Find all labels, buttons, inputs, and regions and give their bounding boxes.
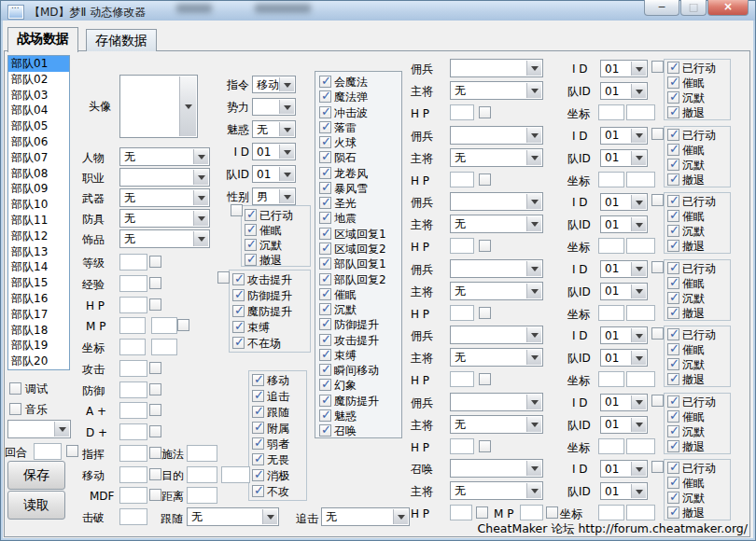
mp-checkbox[interactable] <box>546 506 558 519</box>
command-field[interactable] <box>119 445 147 462</box>
merc-status-checkbox[interactable] <box>667 240 679 252</box>
troop-list-item[interactable]: 部队02 <box>8 72 69 88</box>
troop-list-item[interactable]: 部队14 <box>8 259 69 275</box>
ai-item-checkbox[interactable] <box>252 437 264 450</box>
troop-list-item[interactable]: 部队19 <box>8 338 69 354</box>
gender-combo[interactable]: 男 <box>252 187 296 205</box>
chevron-down-icon[interactable] <box>631 418 646 432</box>
command-checkbox[interactable] <box>149 447 161 459</box>
chevron-down-icon[interactable] <box>526 150 541 165</box>
buff-item-checkbox[interactable] <box>232 273 245 285</box>
status-group-toggle-checkbox[interactable] <box>651 327 664 340</box>
merc-status-checkbox[interactable] <box>667 343 679 355</box>
side-combo[interactable] <box>7 420 71 438</box>
round-checkbox[interactable] <box>66 445 78 457</box>
status-group-toggle-checkbox[interactable] <box>651 128 664 140</box>
extra-field-1[interactable] <box>187 445 217 462</box>
chevron-down-icon[interactable] <box>631 84 646 98</box>
hp-checkbox[interactable] <box>476 506 488 519</box>
d-plus-checkbox[interactable] <box>149 425 161 437</box>
skill-checkbox[interactable] <box>319 395 331 407</box>
chevron-down-icon[interactable] <box>54 422 69 437</box>
mp-field-1[interactable] <box>119 317 146 334</box>
id-combo[interactable]: 01 <box>600 60 648 77</box>
hp-field[interactable] <box>450 305 474 321</box>
merc-status-checkbox[interactable] <box>667 76 679 89</box>
merc-status-checkbox[interactable] <box>667 173 679 186</box>
merc-status-checkbox[interactable] <box>667 395 679 408</box>
buff-item-checkbox[interactable] <box>232 321 245 333</box>
debug-checkbox[interactable] <box>9 382 21 395</box>
team-id-combo[interactable]: 01 <box>600 82 648 100</box>
coord-field-y[interactable] <box>626 104 655 120</box>
merc-status-checkbox[interactable] <box>667 225 679 237</box>
coord-field-x[interactable] <box>598 172 624 187</box>
id-combo[interactable]: 01 <box>600 193 648 211</box>
mp-field-2[interactable] <box>151 317 177 334</box>
chevron-down-icon[interactable] <box>526 261 541 276</box>
merc-status-checkbox[interactable] <box>667 425 679 437</box>
chevron-down-icon[interactable] <box>631 462 646 476</box>
status-item-checkbox[interactable] <box>245 224 257 236</box>
skill-checkbox[interactable] <box>319 318 331 330</box>
hp-field[interactable] <box>450 505 472 520</box>
chevron-down-icon[interactable] <box>631 351 646 365</box>
hp-checkbox[interactable] <box>149 298 161 311</box>
move-checkbox[interactable] <box>149 468 161 480</box>
mdf-checkbox[interactable] <box>149 489 161 501</box>
status-group-toggle-checkbox[interactable] <box>651 61 664 73</box>
chevron-down-icon[interactable] <box>279 189 294 203</box>
chevron-down-icon[interactable] <box>631 395 646 409</box>
chevron-down-icon[interactable] <box>279 167 294 181</box>
hp-checkbox[interactable] <box>479 373 491 385</box>
music-checkbox[interactable] <box>9 403 21 415</box>
defense-field[interactable] <box>119 381 147 398</box>
troop-list-item[interactable]: 部队10 <box>8 197 69 213</box>
footer-link[interactable]: CheatMaker 论坛 http://forum.cheatmaker.or… <box>477 521 748 537</box>
merc-status-checkbox[interactable] <box>667 462 679 474</box>
team-id-combo[interactable]: 01 <box>600 349 648 367</box>
summon-combo[interactable] <box>450 459 543 478</box>
skill-checkbox[interactable] <box>319 90 331 103</box>
merc-status-checkbox[interactable] <box>667 262 679 274</box>
merc-status-checkbox[interactable] <box>667 292 679 304</box>
merc-status-checkbox[interactable] <box>667 144 679 156</box>
hp-field[interactable] <box>119 297 147 313</box>
ai-item-checkbox[interactable] <box>252 453 264 465</box>
skill-checkbox[interactable] <box>319 334 331 346</box>
coord-field-x[interactable] <box>598 438 624 454</box>
chevron-down-icon[interactable] <box>526 327 541 342</box>
team-id-combo[interactable]: 01 <box>600 416 648 434</box>
a-plus-field[interactable] <box>119 402 147 419</box>
extra-field-1[interactable] <box>187 487 217 504</box>
chevron-down-icon[interactable] <box>526 83 541 98</box>
id-combo[interactable]: 01 <box>600 460 648 478</box>
level-checkbox[interactable] <box>149 256 161 268</box>
leader-combo[interactable]: 无 <box>450 215 543 233</box>
skill-checkbox[interactable] <box>319 182 331 194</box>
buff-group-toggle-checkbox[interactable] <box>217 271 230 284</box>
chevron-down-icon[interactable] <box>526 395 541 409</box>
chevron-down-icon[interactable] <box>526 417 541 432</box>
status-item-checkbox[interactable] <box>245 209 257 221</box>
mp-checkbox[interactable] <box>177 319 189 331</box>
charm-combo[interactable]: 无 <box>252 120 296 138</box>
faction-combo[interactable] <box>252 98 296 116</box>
skill-checkbox[interactable] <box>319 424 331 437</box>
chevron-down-icon[interactable] <box>193 190 208 205</box>
status-item-checkbox[interactable] <box>245 239 257 251</box>
coord-field-y[interactable] <box>626 371 655 387</box>
skill-checkbox[interactable] <box>319 409 331 422</box>
troop-list-item[interactable]: 部队13 <box>8 244 69 260</box>
weapon-combo[interactable]: 无 <box>119 188 210 207</box>
round-field[interactable] <box>34 443 62 460</box>
troop-list-item[interactable]: 部队07 <box>8 150 69 166</box>
team-id-combo[interactable]: 01 <box>600 215 648 233</box>
tab-storage-data[interactable]: 存储数据 <box>86 29 157 51</box>
chevron-down-icon[interactable] <box>631 129 646 143</box>
skill-checkbox[interactable] <box>319 364 331 376</box>
chevron-down-icon[interactable] <box>526 350 541 365</box>
troop-list-item[interactable]: 部队06 <box>8 134 69 150</box>
chevron-down-icon[interactable] <box>526 128 541 143</box>
status-item-checkbox[interactable] <box>245 254 257 266</box>
